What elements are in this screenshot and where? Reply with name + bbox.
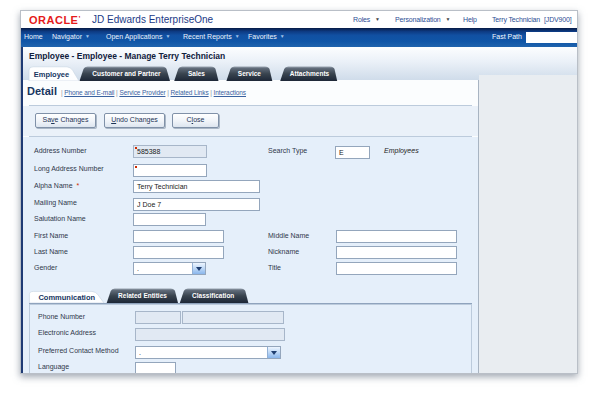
svg-text:Communication: Communication — [38, 293, 95, 302]
svg-text:Sales: Sales — [188, 70, 205, 77]
svg-text:Attachments: Attachments — [290, 70, 330, 77]
svg-text:Employee: Employee — [34, 70, 69, 79]
svg-text:Customer and Partner: Customer and Partner — [92, 70, 161, 77]
svg-text:Service: Service — [238, 70, 262, 77]
svg-text:Related Entities: Related Entities — [118, 292, 167, 299]
svg-text:Classification: Classification — [192, 292, 234, 299]
